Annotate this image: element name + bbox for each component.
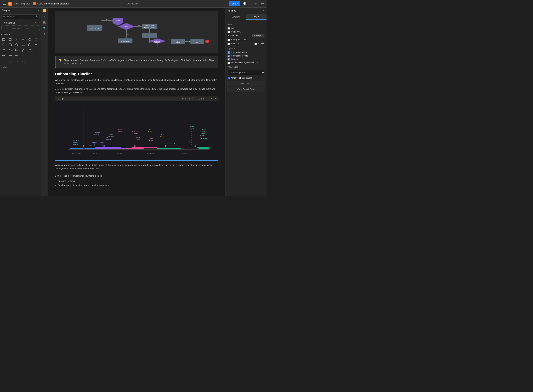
shape-line-arrow[interactable]	[3, 60, 8, 64]
landscape-radio[interactable]	[239, 77, 241, 79]
clear-default-style-button[interactable]: Clear Default Style	[227, 87, 264, 92]
diagram-undo-button[interactable]: ↩	[68, 97, 71, 100]
page-indicator: Page-1 ▲ − 90% ▲ + ⤢ ×	[181, 97, 217, 100]
svg-point-143	[165, 145, 167, 147]
connection-arrows-checkbox[interactable]	[227, 51, 230, 54]
edit-data-button[interactable]: Edit Data...	[227, 81, 264, 86]
tool-color-swatch[interactable]	[43, 9, 46, 12]
shape-zigzag[interactable]	[21, 60, 26, 64]
shape-text[interactable]: T	[14, 37, 19, 42]
shape-curved-arrow[interactable]	[15, 60, 20, 64]
svg-text:Define: Define	[136, 137, 140, 138]
star-button[interactable]: ☆	[254, 1, 258, 6]
misc-section-header[interactable]: ▾ Misc	[0, 65, 41, 69]
page-up-icon[interactable]: ▲	[189, 98, 191, 100]
format-close-icon[interactable]: ×	[263, 9, 264, 12]
svg-text:Negotiate salary,: Negotiate salary,	[144, 25, 155, 26]
general-section-header[interactable]: ▾ General	[0, 33, 41, 36]
svg-marker-20	[4, 55, 5, 56]
bg-color-checkbox[interactable]	[227, 39, 230, 41]
svg-point-144	[194, 145, 196, 147]
shape-rounded-rect[interactable]	[8, 37, 13, 42]
shape-arrow-right[interactable]	[34, 48, 38, 53]
shape-circle[interactable]	[1, 42, 6, 47]
format-header-icons: − ×	[261, 9, 264, 12]
shape-line-dashed[interactable]	[14, 53, 19, 58]
breadcrumb-item-2[interactable]: Visual onboarding with diagrams	[37, 2, 69, 5]
shape-line-solid[interactable]	[8, 53, 13, 58]
scratchpad-edit-icon[interactable]: ✎	[36, 22, 38, 24]
comment-button[interactable]: 💬	[242, 1, 247, 6]
svg-rect-7	[35, 38, 37, 41]
format-minimize-icon[interactable]: −	[261, 9, 262, 12]
connection-points-checkbox[interactable]	[227, 55, 230, 57]
shape-diamond[interactable]	[14, 42, 19, 47]
close-diagram-button[interactable]: ×	[214, 97, 217, 100]
math-help-icon[interactable]: ?	[257, 61, 258, 64]
portrait-radio[interactable]	[227, 77, 230, 79]
svg-point-63	[205, 40, 209, 43]
shape-square[interactable]	[34, 37, 38, 42]
general-arrow: ▾	[1, 34, 2, 36]
shape-double-arrow[interactable]	[9, 60, 14, 64]
shape-crescent[interactable]	[27, 48, 32, 53]
zoom-up-icon[interactable]: ▲	[203, 98, 205, 100]
more-options-button[interactable]: •••	[260, 2, 264, 6]
zoom-out-button[interactable]: −	[194, 97, 197, 100]
tool-zoom-search[interactable]: 🔍	[42, 25, 47, 31]
tool-add[interactable]: ＋	[42, 31, 47, 36]
menu-button[interactable]	[2, 1, 7, 6]
tab-diagram[interactable]: Diagram	[225, 14, 246, 20]
page-view-checkbox[interactable]	[227, 31, 230, 33]
shape-speech-bubble[interactable]	[14, 48, 19, 53]
paper-size-select[interactable]: US-Letter (8,5" x 11")	[227, 70, 264, 75]
shape-lines[interactable]	[21, 37, 26, 42]
sketch-checkbox[interactable]	[255, 43, 257, 45]
drag-zone[interactable]: Drag elements here	[1, 25, 40, 31]
scratchpad-help-icon[interactable]: ?	[35, 22, 36, 24]
shape-arrow-right2[interactable]	[1, 53, 6, 58]
scratchpad-section: ▾ Scratchpad ? ✎ × Drag elements here	[0, 20, 41, 33]
shape-triangle[interactable]	[34, 42, 38, 47]
doc-logo: V	[33, 2, 36, 5]
math-typesetting-checkbox[interactable]	[227, 62, 230, 64]
zoom-in-button[interactable]: +	[205, 97, 208, 100]
onboarding-title: Onboarding Timeline	[55, 72, 218, 76]
shadow-checkbox[interactable]	[227, 43, 230, 45]
edit-status: Edited 2h ago	[127, 3, 140, 5]
grid-checkbox[interactable]	[227, 27, 230, 30]
search-input[interactable]	[1, 14, 40, 19]
shape-person[interactable]	[21, 48, 26, 53]
shape-cylinder[interactable]	[1, 48, 6, 53]
shape-rectangle[interactable]	[1, 37, 6, 42]
scratchpad-toggle[interactable]: ▾ Scratchpad	[1, 21, 16, 25]
background-change-button[interactable]: Change...	[252, 34, 264, 37]
guides-checkbox[interactable]	[227, 58, 230, 61]
diagram-delete-button[interactable]: 🗑	[61, 97, 65, 100]
tab-style[interactable]: Style	[246, 14, 267, 20]
svg-text:Yes: Yes	[138, 24, 140, 26]
tool-shapes-group[interactable]	[42, 20, 47, 25]
help-button[interactable]: ?	[249, 2, 252, 6]
shapes-minimize-icon[interactable]: −	[35, 9, 37, 12]
shape-cloud[interactable]	[8, 48, 13, 53]
shapes-close-icon[interactable]: ×	[38, 9, 39, 12]
breadcrumb-item-1[interactable]: Public Templates	[13, 2, 30, 5]
svg-rect-9	[9, 44, 12, 46]
tool-pencil[interactable]: ✎	[42, 14, 47, 19]
shape-hexagon[interactable]	[27, 42, 32, 47]
svg-point-140	[83, 145, 84, 147]
share-button[interactable]: Share	[229, 1, 241, 6]
shape-rounded-rect2[interactable]	[8, 42, 13, 47]
scratchpad-close-icon[interactable]: ×	[39, 22, 40, 24]
svg-text:Schedule: Schedule	[92, 141, 97, 143]
bottom-para2: Some of the more important documents inc…	[55, 174, 218, 178]
shape-parallelogram[interactable]	[21, 42, 26, 47]
fit-screen-button[interactable]: ⤢	[209, 97, 213, 100]
shape-ellipse[interactable]	[27, 37, 32, 42]
diagram-menu-button[interactable]: ☰	[57, 97, 60, 100]
shapes-panel: Shapes − × 🔍 ▾ Scratchpad ? ✎ ×	[0, 8, 41, 196]
svg-point-141	[103, 145, 105, 147]
svg-text:process: process	[176, 42, 180, 43]
diagram-redo-button[interactable]: ↪	[72, 97, 75, 100]
